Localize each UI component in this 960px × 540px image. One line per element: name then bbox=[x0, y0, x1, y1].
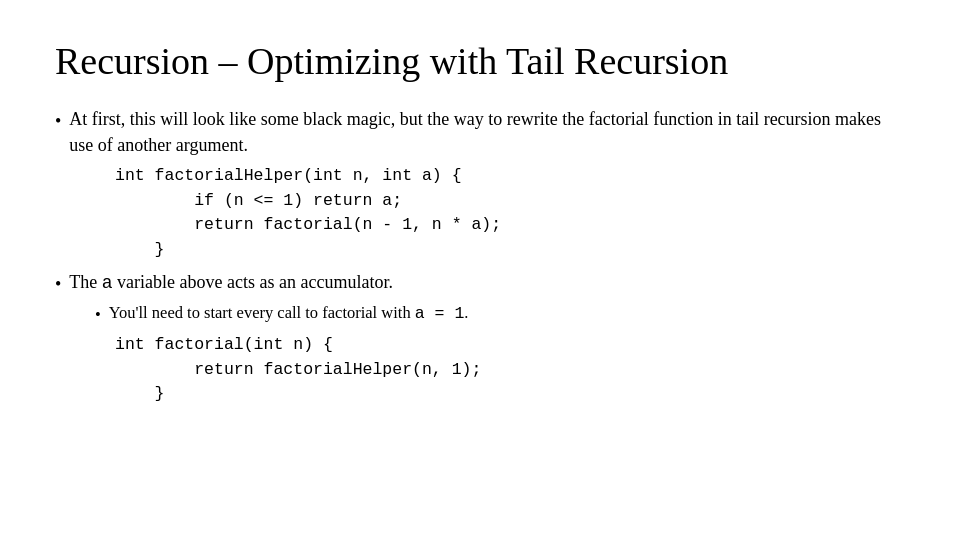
bullet-dot-2: • bbox=[55, 271, 61, 297]
sub-bullet-1: • You'll need to start every call to fac… bbox=[95, 301, 905, 327]
bullet-item-1: • At first, this will look like some bla… bbox=[55, 106, 905, 158]
bullet-dot-1: • bbox=[55, 108, 61, 134]
sub-bullet-dot-1: • bbox=[95, 303, 101, 327]
code-block-2: int factorial(int n) { return factorialH… bbox=[115, 333, 905, 407]
code-block-1: int factorialHelper(int n, int a) { if (… bbox=[115, 164, 905, 263]
content-area: • At first, this will look like some bla… bbox=[55, 106, 905, 413]
bullet-item-2: • The a variable above acts as an accumu… bbox=[55, 269, 905, 297]
sub-bullet-text-1: You'll need to start every call to facto… bbox=[109, 301, 905, 326]
slide-title: Recursion – Optimizing with Tail Recursi… bbox=[55, 40, 905, 84]
slide: Recursion – Optimizing with Tail Recursi… bbox=[0, 0, 960, 540]
bullet-text-1: At first, this will look like some black… bbox=[69, 106, 905, 158]
bullet-text-2: The a variable above acts as an accumula… bbox=[69, 269, 905, 296]
